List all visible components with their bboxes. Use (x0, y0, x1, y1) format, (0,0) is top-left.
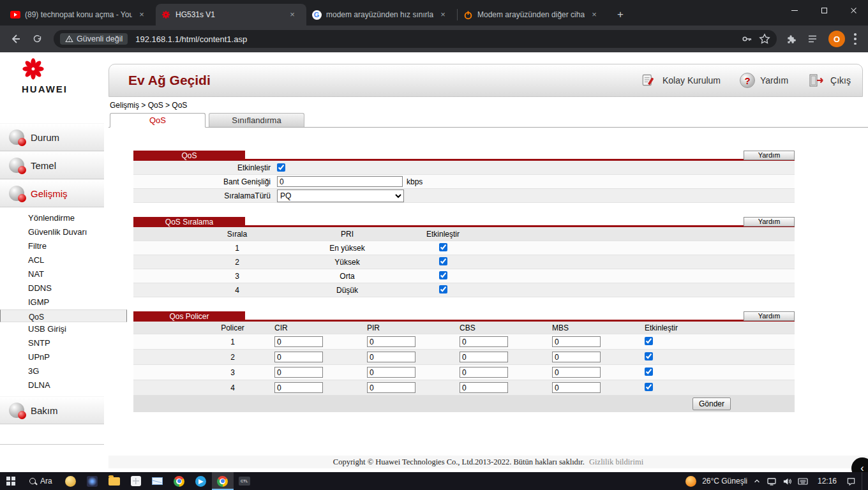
sidebar-item-nat[interactable]: NAT (0, 267, 104, 281)
password-key-icon[interactable] (741, 33, 752, 45)
taskbar-app-game[interactable] (60, 472, 82, 490)
policer-help-button[interactable]: Yardım (744, 311, 795, 321)
policer-cir-input[interactable] (274, 336, 323, 347)
taskbar-app-chrome[interactable] (168, 472, 190, 490)
taskbar-app-store[interactable] (125, 472, 147, 490)
easy-setup-button[interactable]: Kolay Kurulum (641, 73, 721, 88)
policer-cbs-input[interactable] (460, 352, 508, 362)
keyboard-icon[interactable] (798, 477, 808, 486)
weather-text[interactable]: 26°C Güneşli (702, 477, 747, 486)
sidebar-item-acl[interactable]: ACL (0, 253, 104, 267)
taskbar-search[interactable]: Ara (22, 472, 60, 490)
tab-close-icon[interactable]: × (137, 10, 147, 20)
tab-title: (89) technopat konu açma - You (25, 10, 132, 19)
policer-cbs-input[interactable] (460, 382, 508, 393)
sidebar-item-igmp[interactable]: IGMP (0, 295, 104, 309)
profile-avatar[interactable]: O (828, 31, 845, 47)
url-text[interactable]: 192.168.1.1/html/content1.asp (135, 34, 741, 44)
sidebar-item-temel[interactable]: Temel (0, 151, 104, 179)
clock[interactable]: 12:16 (814, 477, 841, 486)
youtube-icon (10, 10, 20, 20)
queue-help-button[interactable]: Yardım (744, 217, 795, 226)
close-button[interactable] (839, 0, 868, 20)
privacy-link[interactable]: Gizlilik bildirimi (589, 457, 643, 466)
help-button-header[interactable]: ? Yardım (740, 73, 788, 88)
policer-cir-input[interactable] (274, 367, 323, 378)
tab-close-icon[interactable]: × (438, 10, 448, 20)
submit-button[interactable]: Gönder (692, 397, 731, 410)
qos-help-button[interactable]: Yardım (744, 151, 795, 160)
policer-cbs-input[interactable] (460, 367, 508, 378)
weather-sun-icon[interactable] (685, 476, 696, 487)
action-center-icon[interactable] (846, 477, 856, 486)
taskbar-app-media[interactable] (82, 472, 103, 490)
queue-enable-checkbox[interactable] (439, 285, 447, 293)
sidebar-item-3g[interactable]: 3G (0, 364, 104, 378)
policer-mbs-input[interactable] (552, 367, 601, 378)
extensions-puzzle-icon[interactable] (784, 33, 797, 45)
policer-pir-input[interactable] (367, 352, 415, 362)
policer-mbs-input[interactable] (552, 352, 601, 362)
policer-row: 2 (133, 350, 795, 365)
queue-enable-checkbox[interactable] (439, 243, 447, 251)
policer-pir-input[interactable] (367, 336, 415, 347)
sidebar-item-sntp[interactable]: SNTP (0, 336, 104, 350)
sidebar-item-bakim[interactable]: Bakım (0, 396, 104, 424)
page-tabs: QoS Sınıflandırma (108, 113, 868, 128)
sidebar-item-filtre[interactable]: Filtre (0, 239, 104, 253)
sidebar-item-yonlendirme[interactable]: Yönlendirme (0, 211, 104, 225)
policer-enable-checkbox[interactable] (645, 368, 653, 376)
bookmark-star-icon[interactable] (759, 33, 770, 45)
refresh-icon[interactable] (28, 30, 46, 48)
address-bar[interactable]: Güvenli değil 192.168.1.1/html/content1.… (54, 30, 777, 48)
tab-qos[interactable]: QoS (110, 113, 206, 128)
browser-tab-google-search[interactable]: G modem arayüzünden hız sınırla × (306, 4, 457, 26)
policer-cir-input[interactable] (274, 352, 323, 362)
policer-cbs-input[interactable] (460, 336, 508, 347)
show-desktop-button[interactable] (862, 472, 864, 490)
volume-icon[interactable] (782, 477, 792, 486)
sidebar-item-guvenlik-duvari[interactable]: Güvenlik Duvarı (0, 225, 104, 239)
queue-enable-checkbox[interactable] (439, 257, 447, 265)
policer-enable-checkbox[interactable] (645, 337, 653, 345)
tab-siniflandirma[interactable]: Sınıflandırma (209, 113, 304, 127)
sidebar-item-usb-girisi[interactable]: USB Girişi (0, 322, 104, 336)
taskbar-app-explorer[interactable] (103, 472, 125, 490)
queue-enable-checkbox[interactable] (439, 271, 447, 279)
taskbar-app-mail[interactable] (147, 472, 168, 490)
policer-mbs-input[interactable] (552, 382, 601, 393)
browser-tab-youtube[interactable]: (89) technopat konu açma - You × (5, 4, 156, 26)
tab-close-icon[interactable]: × (589, 10, 599, 20)
policer-cir-input[interactable] (274, 382, 323, 393)
reading-list-icon[interactable] (807, 33, 818, 45)
logout-button[interactable]: Çıkış (807, 73, 851, 88)
taskbar-app-chrome-active[interactable] (212, 472, 234, 490)
bandwidth-input[interactable] (277, 176, 403, 187)
sidebar-item-gelismis[interactable]: Gelişmiş (0, 179, 104, 207)
sidebar-item-ddns[interactable]: DDNS (0, 281, 104, 295)
qos-enable-checkbox[interactable] (277, 163, 285, 172)
browser-menu-icon[interactable] (854, 33, 857, 45)
start-button[interactable] (0, 472, 22, 490)
policer-enable-checkbox[interactable] (645, 352, 653, 360)
security-chip[interactable]: Güvenli değil (60, 33, 128, 45)
tab-close-icon[interactable]: × (287, 10, 297, 20)
new-tab-button[interactable]: + (612, 6, 629, 23)
policer-pir-input[interactable] (367, 382, 415, 393)
policer-pir-input[interactable] (367, 367, 415, 378)
browser-tab-technopat[interactable]: Modem arayüzünden diğer ciha × (458, 4, 608, 26)
minimize-button[interactable] (780, 0, 809, 20)
policer-enable-checkbox[interactable] (645, 383, 653, 391)
taskbar-app-telegram[interactable] (190, 472, 212, 490)
back-icon[interactable] (6, 30, 24, 48)
taskbar-app-terminal[interactable]: CTL (234, 472, 255, 490)
sidebar-item-upnp[interactable]: UPnP (0, 350, 104, 364)
browser-tab-router-active[interactable]: HG531s V1 × (156, 4, 306, 26)
policer-mbs-input[interactable] (552, 336, 601, 347)
network-icon[interactable] (767, 477, 777, 486)
sidebar-item-durum[interactable]: Durum (0, 123, 104, 151)
tray-chevron-up-icon[interactable] (753, 477, 761, 485)
queue-type-select[interactable]: PQ (277, 189, 404, 202)
sidebar-item-dlna[interactable]: DLNA (0, 378, 104, 392)
maximize-button[interactable] (809, 0, 839, 20)
